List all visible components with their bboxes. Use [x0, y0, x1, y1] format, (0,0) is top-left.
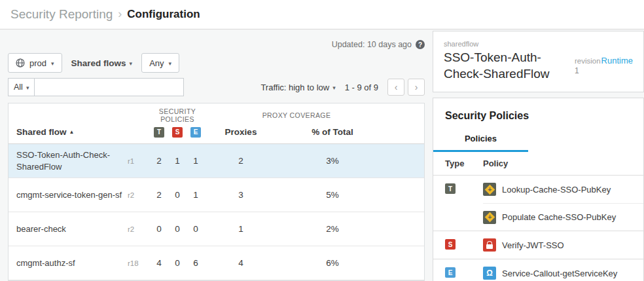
lock-icon [483, 238, 496, 252]
content: Updated: 10 days ago ? prod ▾ Shared flo… [0, 29, 644, 281]
sort-pagination: Traffic: high to low ▾ 1 - 9 of 9 ‹ › [260, 79, 425, 96]
type-column-header: Type [445, 159, 483, 168]
search-sort-row: All ▾ Traffic: high to low ▾ 1 - 9 of 9 … [8, 78, 425, 96]
environment-dropdown[interactable]: prod ▾ [8, 53, 62, 73]
chevron-right-icon: › [415, 82, 418, 92]
policy-row[interactable]: + Lookup-Cache-SSO-PubKey [483, 176, 643, 203]
revision-label: revision [575, 57, 601, 65]
security-policies-card: Security Policies Policies Type Policy T… [433, 98, 644, 281]
table-row[interactable]: bearer-check r2 0 0 0 1 2% [9, 212, 424, 246]
tab-policies[interactable]: Policies [433, 132, 528, 152]
revision-value: 1 [575, 66, 633, 75]
policy-group: E Ω Service-Callout-getServiceKey [433, 259, 643, 281]
revision-tag: r1 [128, 157, 150, 165]
caret-down-icon: ▾ [332, 84, 336, 91]
shared-flow-column-header[interactable]: Shared flow ▲ [16, 127, 150, 137]
extension-badge: E [190, 127, 201, 138]
report-pane: Updated: 10 days ago ? prod ▾ Shared flo… [0, 29, 433, 281]
breadcrumb-parent[interactable]: Security Reporting [10, 7, 113, 22]
search-scope-label: All [14, 83, 23, 92]
revision-block: revision Runtime 1 [575, 50, 633, 82]
breadcrumb: Security Reporting › Configuration [0, 0, 644, 29]
security-policies-heading: Security Policies [433, 98, 643, 132]
search-box: All ▾ [8, 78, 184, 96]
table-group-headers: SECURITY POLICIES PROXY COVERAGE [9, 103, 424, 121]
shared-flows-table: SECURITY POLICIES PROXY COVERAGE Shared … [8, 103, 425, 281]
sort-asc-icon: ▲ [69, 129, 75, 135]
security-badge: S [172, 127, 183, 138]
traffic-mgmt-badge: T [154, 127, 164, 138]
help-icon[interactable]: ? [416, 40, 425, 49]
environment-label: prod [29, 58, 46, 68]
detail-pane: sharedflow SSO-Token-Auth-Check-SharedFl… [433, 29, 644, 281]
caret-down-icon: ▾ [130, 60, 133, 67]
policy-group: S Verify-JWT-SSO [433, 231, 643, 259]
search-input[interactable] [35, 79, 183, 96]
policy-row[interactable]: Verify-JWT-SSO [483, 231, 643, 259]
caret-down-icon: ▾ [26, 84, 29, 91]
sharedflow-kind-label: sharedflow [444, 40, 633, 48]
policy-row[interactable]: Ω Service-Callout-getServiceKey [483, 259, 643, 281]
proxy-type-dropdown[interactable]: Shared flows ▾ [71, 58, 133, 68]
pct-total-column-header: % of Total [277, 127, 388, 137]
chevron-left-icon: ‹ [395, 82, 398, 92]
sharedflow-header-card: sharedflow SSO-Token-Auth-Check-SharedFl… [433, 31, 644, 92]
cache-icon: + [483, 183, 496, 196]
prev-page-button[interactable]: ‹ [387, 79, 404, 96]
revision-tag: r2 [128, 191, 150, 199]
sharedflow-title: SSO-Token-Auth-Check-SharedFlow [444, 50, 575, 82]
table-row[interactable]: cmgmt-service-token-gen-sf r2 2 0 1 3 5% [9, 178, 424, 212]
policy-group: T + Lookup-Cache-SSO-PubKey + Populate C… [433, 176, 643, 231]
any-filter-label: Any [149, 58, 164, 68]
security-policies-group-header: SECURITY POLICIES [150, 107, 205, 123]
proxy-coverage-group-header: PROXY COVERAGE [205, 111, 388, 119]
updated-text: Updated: 10 days ago [332, 40, 412, 49]
caret-down-icon: ▾ [169, 60, 172, 67]
any-filter-dropdown[interactable]: Any ▾ [141, 53, 179, 73]
caret-down-icon: ▾ [51, 60, 54, 67]
policy-row[interactable]: + Populate Cache-SSO-PubKey [483, 203, 643, 231]
table-row[interactable]: SSO-Token-Auth-Check-SharedFlow r1 2 1 1… [9, 144, 424, 178]
proxy-type-label: Shared flows [71, 58, 126, 68]
runtime-link[interactable]: Runtime [601, 56, 633, 66]
revision-tag: r18 [128, 259, 150, 267]
page-title: Configuration [127, 8, 200, 21]
updated-row: Updated: 10 days ago ? [8, 39, 425, 50]
next-page-button[interactable]: › [408, 79, 425, 96]
pagination-range: 1 - 9 of 9 [345, 83, 378, 92]
policies-tabbar: Policies [433, 132, 643, 152]
revision-tag: r2 [128, 225, 150, 233]
policy-column-header: Policy [483, 159, 643, 168]
globe-icon [16, 58, 25, 67]
table-header-row: Shared flow ▲ T S E Proxies % of Total [9, 121, 424, 144]
extension-badge: E [445, 267, 456, 278]
traffic-sort-dropdown[interactable]: Traffic: high to low ▾ [260, 83, 335, 92]
callout-icon: Ω [483, 267, 496, 280]
table-row[interactable]: cmgmt-authz-sf r18 4 0 6 4 6% [9, 246, 424, 280]
security-badge: S [445, 239, 456, 250]
traffic-mgmt-badge: T [445, 183, 456, 194]
policy-table-header: Type Policy [433, 152, 643, 176]
breadcrumb-separator-icon: › [118, 7, 122, 21]
filter-row: prod ▾ Shared flows ▾ Any ▾ [8, 53, 425, 73]
traffic-sort-label: Traffic: high to low [260, 83, 329, 92]
search-scope-dropdown[interactable]: All ▾ [9, 79, 35, 96]
cache-icon: + [483, 211, 496, 224]
proxies-column-header: Proxies [205, 127, 277, 137]
